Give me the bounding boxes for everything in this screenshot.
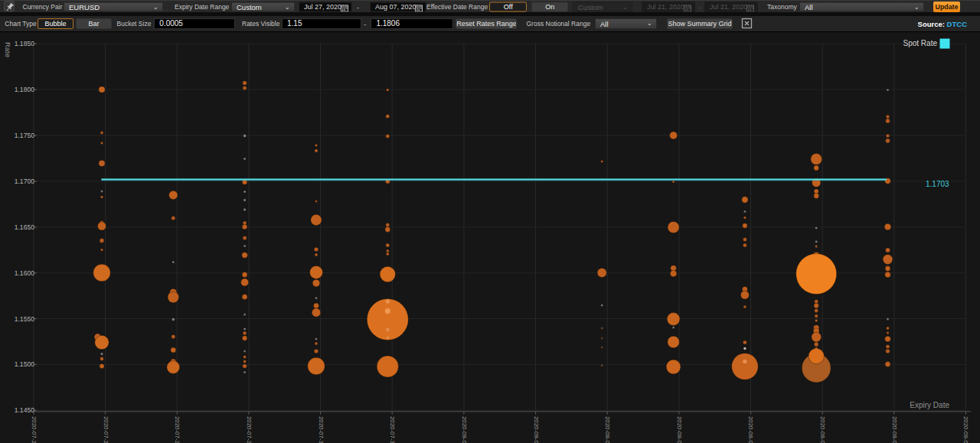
svg-text:1.1600: 1.1600: [15, 269, 35, 277]
svg-text:2020-08-07: 2020-08-07: [891, 416, 898, 443]
svg-text:2020-08-03: 2020-08-03: [604, 416, 611, 443]
svg-text:2020-08-06: 2020-08-06: [819, 416, 826, 443]
svg-text:Rate: Rate: [4, 42, 12, 57]
svg-text:1.1703: 1.1703: [926, 180, 949, 188]
svg-text:2020-08-01: 2020-08-01: [461, 416, 468, 443]
svg-text:1.1500: 1.1500: [15, 360, 35, 368]
svg-text:Expiry Date: Expiry Date: [910, 401, 949, 409]
svg-text:1.1700: 1.1700: [15, 178, 35, 185]
svg-text:1.1550: 1.1550: [15, 315, 35, 323]
svg-text:2020-08-08: 2020-08-08: [962, 416, 969, 443]
svg-text:2020-07-30: 2020-07-30: [318, 416, 325, 443]
svg-text:1.1800: 1.1800: [15, 86, 35, 93]
svg-text:1.1650: 1.1650: [15, 223, 35, 231]
svg-text:2020-07-28: 2020-07-28: [174, 416, 181, 443]
svg-text:2020-07-27: 2020-07-27: [103, 416, 109, 443]
svg-text:1.1850: 1.1850: [15, 40, 35, 47]
svg-text:Spot Rate: Spot Rate: [903, 39, 938, 47]
svg-text:2020-07-31: 2020-07-31: [389, 416, 396, 443]
svg-text:2020-08-05: 2020-08-05: [747, 416, 754, 443]
svg-text:1.1450: 1.1450: [15, 406, 35, 414]
svg-text:2020-08-04: 2020-08-04: [676, 416, 683, 443]
svg-text:2020-07-29: 2020-07-29: [246, 416, 253, 443]
svg-text:2020-07-26: 2020-07-26: [31, 416, 38, 443]
svg-text:1.1750: 1.1750: [15, 132, 35, 139]
svg-text:2020-08-02: 2020-08-02: [533, 416, 540, 443]
